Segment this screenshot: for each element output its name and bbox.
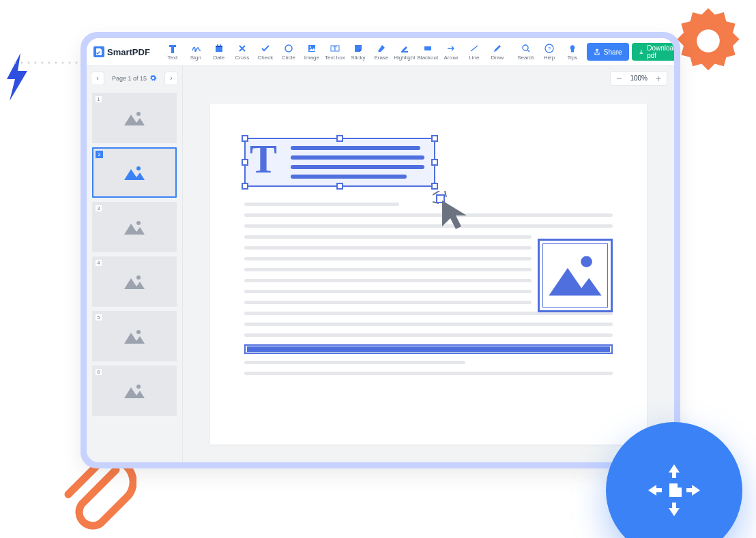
svg-point-30 <box>136 275 141 280</box>
svg-point-5 <box>42 62 44 64</box>
tool-cross[interactable]: Cross <box>231 39 254 65</box>
page-indicator: Page 1 of 15 <box>112 74 157 82</box>
tool-draw[interactable]: Draw <box>486 39 509 65</box>
brand-logo: SmartPDF <box>92 46 156 57</box>
page-thumbnail-4[interactable]: 4 <box>92 256 177 307</box>
svg-point-9 <box>69 62 71 64</box>
svg-point-29 <box>136 221 141 225</box>
check-icon <box>261 44 270 53</box>
sticky-icon <box>353 44 363 53</box>
svg-rect-21 <box>401 51 408 53</box>
svg-point-2 <box>21 62 23 64</box>
tool-image[interactable]: Image <box>300 39 323 65</box>
svg-point-8 <box>62 62 64 64</box>
svg-point-6 <box>48 62 50 64</box>
svg-text:?: ? <box>548 46 551 52</box>
tool-help[interactable]: ?Help <box>538 39 561 65</box>
tool-erase[interactable]: Erase <box>370 39 393 65</box>
svg-point-18 <box>310 46 311 48</box>
svg-rect-26 <box>571 51 574 53</box>
tool-check[interactable]: Check <box>254 39 277 65</box>
next-page-button[interactable]: › <box>164 72 178 85</box>
resize-handle-tr[interactable] <box>431 135 438 142</box>
tool-highlight[interactable]: Highlight <box>393 39 416 65</box>
svg-text:T: T <box>333 46 337 52</box>
svg-point-0 <box>697 29 720 53</box>
tool-tips[interactable]: Tips <box>561 39 584 65</box>
tool-sign[interactable]: Sign <box>184 39 207 65</box>
prev-page-button[interactable]: ‹ <box>91 72 104 85</box>
document-page[interactable]: T <box>210 104 647 445</box>
resize-handle-br[interactable] <box>431 183 438 190</box>
svg-point-7 <box>55 62 57 64</box>
text-icon <box>168 44 177 53</box>
sign-icon <box>191 44 201 53</box>
svg-point-28 <box>136 166 141 170</box>
download-button[interactable]: Download pdf <box>632 43 674 61</box>
resize-handle-ml[interactable] <box>242 159 248 166</box>
page-thumbnail-5[interactable]: 5 <box>92 311 177 361</box>
page-thumbnail-2[interactable]: 2 <box>92 147 177 198</box>
tool-search[interactable]: Search <box>514 39 538 65</box>
textbox-icon: T <box>330 44 340 53</box>
app-window: SmartPDF TextSignDateCrossCheckCircleIma… <box>81 32 680 468</box>
svg-point-16 <box>285 45 292 52</box>
editor-main: − 100% + T <box>183 66 674 462</box>
tool-sticky[interactable]: Sticky <box>347 39 370 65</box>
resize-handle-mr[interactable] <box>431 159 438 166</box>
tool-date[interactable]: Date <box>207 39 231 65</box>
resize-handle-tl[interactable] <box>242 135 248 142</box>
share-icon <box>594 48 600 55</box>
zoom-in-button[interactable]: + <box>650 72 667 85</box>
svg-rect-22 <box>424 46 431 50</box>
zoom-out-button[interactable]: − <box>611 72 627 85</box>
svg-point-3 <box>28 62 30 64</box>
image-icon <box>307 44 317 53</box>
svg-point-37 <box>581 256 592 267</box>
text-tool-glyph: T <box>250 136 277 183</box>
tool-circle[interactable]: Circle <box>277 39 300 65</box>
svg-rect-13 <box>216 46 222 47</box>
page-settings-icon[interactable] <box>149 74 157 82</box>
toolbar: SmartPDF TextSignDateCrossCheckCircleIma… <box>87 38 674 66</box>
download-icon <box>639 48 644 55</box>
svg-point-23 <box>523 45 528 50</box>
page-thumbnail-6[interactable]: 6 <box>92 365 177 416</box>
tool-line[interactable]: Line <box>463 39 486 65</box>
draw-icon <box>493 44 502 53</box>
canvas[interactable]: T <box>183 90 674 462</box>
resize-handle-bl[interactable] <box>242 183 248 190</box>
svg-rect-15 <box>220 44 221 46</box>
line-icon <box>469 44 479 53</box>
resize-handle-tm[interactable] <box>336 135 343 142</box>
svg-rect-14 <box>217 44 218 46</box>
svg-point-32 <box>136 385 141 389</box>
cross-icon <box>237 44 247 53</box>
highlight-icon <box>400 44 409 53</box>
search-icon <box>521 44 531 53</box>
tool-arrow[interactable]: Arrow <box>439 39 463 65</box>
page-thumbnail-3[interactable]: 3 <box>92 202 177 252</box>
svg-point-1 <box>14 62 16 64</box>
erase-icon <box>377 44 386 53</box>
tool-text[interactable]: Text <box>161 39 184 65</box>
tips-icon <box>568 44 577 53</box>
svg-point-4 <box>35 62 37 64</box>
zoom-control: − 100% + <box>610 71 667 86</box>
share-button[interactable]: Share <box>587 43 629 61</box>
blackout-icon <box>423 44 433 53</box>
tool-textbox[interactable]: TText box <box>323 39 347 65</box>
selected-text-box[interactable]: T <box>244 138 435 187</box>
date-icon <box>214 44 224 53</box>
tool-blackout[interactable]: Blackout <box>416 39 439 65</box>
resize-handle-bm[interactable] <box>336 183 343 190</box>
arrow-icon <box>446 44 456 53</box>
selected-image-box[interactable] <box>538 239 613 312</box>
svg-point-27 <box>136 112 141 116</box>
page-sidebar: ‹ Page 1 of 15 › 123456 <box>87 66 183 462</box>
page-thumbnail-1[interactable]: 1 <box>92 93 177 143</box>
help-icon: ? <box>544 44 554 53</box>
highlight-annotation[interactable] <box>244 344 613 354</box>
circle-icon <box>284 44 293 53</box>
svg-point-10 <box>76 62 78 64</box>
